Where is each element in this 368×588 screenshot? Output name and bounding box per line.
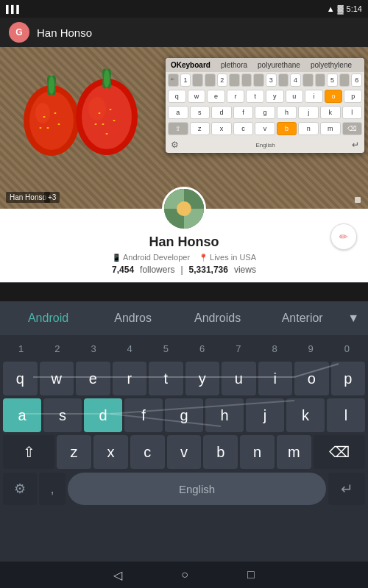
key-o[interactable]: o bbox=[294, 362, 329, 395]
key-w[interactable]: w bbox=[40, 362, 74, 395]
popup-key-s[interactable]: s bbox=[190, 106, 210, 119]
key-c[interactable]: c bbox=[130, 435, 165, 469]
popup-key[interactable] bbox=[315, 74, 326, 87]
suggestion-anterior[interactable]: Anterior bbox=[260, 312, 344, 325]
popup-key-c[interactable]: c bbox=[233, 122, 254, 135]
popup-key-h[interactable]: h bbox=[277, 106, 297, 119]
key-e[interactable]: e bbox=[76, 362, 110, 395]
popup-key[interactable] bbox=[339, 74, 350, 87]
popup-key-z[interactable]: z bbox=[190, 122, 210, 135]
key-b[interactable]: b bbox=[203, 435, 238, 469]
popup-key-q[interactable]: q bbox=[168, 90, 186, 103]
popup-key-u[interactable]: u bbox=[286, 90, 304, 103]
popup-key-d[interactable]: d bbox=[211, 106, 232, 119]
popup-tab-plethora[interactable]: plethora bbox=[216, 58, 252, 72]
popup-key-m[interactable]: m bbox=[320, 122, 341, 135]
num-key-4[interactable]: 4 bbox=[113, 338, 146, 359]
num-key-6[interactable]: 6 bbox=[185, 338, 219, 359]
popup-key-i[interactable]: i bbox=[305, 90, 323, 103]
popup-key-a[interactable]: a bbox=[168, 106, 188, 119]
key-i[interactable]: i bbox=[258, 362, 293, 395]
num-key-7[interactable]: 7 bbox=[222, 338, 255, 359]
popup-key-p[interactable]: p bbox=[344, 90, 362, 103]
num-key-8[interactable]: 8 bbox=[258, 338, 291, 359]
popup-key[interactable]: 3 bbox=[266, 74, 277, 87]
key-u[interactable]: u bbox=[222, 362, 256, 395]
popup-enter-key[interactable]: ↵ bbox=[349, 138, 362, 151]
popup-key[interactable]: 5 bbox=[327, 74, 338, 87]
popup-key[interactable]: 2 bbox=[217, 74, 228, 87]
backspace-key[interactable]: ⌫ bbox=[314, 435, 365, 469]
popup-key-o[interactable]: o bbox=[325, 90, 343, 103]
popup-key-w[interactable]: w bbox=[188, 90, 206, 103]
popup-key[interactable]: ⇤ bbox=[168, 74, 179, 87]
key-r[interactable]: r bbox=[113, 362, 147, 395]
enter-key[interactable]: ↵ bbox=[328, 473, 365, 505]
key-a[interactable]: a bbox=[3, 398, 41, 432]
popup-tab-okeyboard[interactable]: OKeyboard bbox=[166, 58, 216, 72]
popup-key[interactable] bbox=[278, 74, 289, 87]
popup-key[interactable] bbox=[205, 74, 216, 87]
key-p[interactable]: p bbox=[331, 362, 366, 395]
popup-key[interactable]: 6 bbox=[351, 74, 362, 87]
popup-key-t[interactable]: t bbox=[246, 90, 264, 103]
key-x[interactable]: x bbox=[93, 435, 128, 469]
popup-backspace-key[interactable]: ⌫ bbox=[342, 122, 363, 135]
popup-key[interactable] bbox=[302, 74, 314, 87]
popup-key-f[interactable]: f bbox=[233, 106, 254, 119]
space-key[interactable]: English bbox=[68, 473, 326, 505]
popup-key-k[interactable]: k bbox=[320, 106, 341, 119]
popup-key-v[interactable]: v bbox=[255, 122, 275, 135]
popup-key-j[interactable]: j bbox=[298, 106, 319, 119]
key-t[interactable]: t bbox=[149, 362, 183, 395]
suggestions-arrow[interactable]: ▼ bbox=[344, 312, 362, 325]
key-h[interactable]: h bbox=[205, 398, 244, 432]
home-button[interactable]: ○ bbox=[181, 568, 188, 581]
popup-key-g[interactable]: g bbox=[255, 106, 275, 119]
popup-key[interactable]: 4 bbox=[290, 74, 301, 87]
num-key-0[interactable]: 0 bbox=[330, 338, 364, 359]
popup-key-b[interactable]: b bbox=[277, 122, 297, 135]
popup-settings-icon[interactable]: ⚙ bbox=[168, 138, 182, 151]
popup-key[interactable]: 1 bbox=[180, 74, 191, 87]
shift-key[interactable]: ⇧ bbox=[3, 435, 54, 469]
key-l[interactable]: l bbox=[327, 398, 365, 432]
key-q[interactable]: q bbox=[3, 362, 38, 395]
edit-profile-button[interactable]: ✏ bbox=[330, 223, 357, 250]
popup-key-r[interactable]: r bbox=[227, 90, 245, 103]
comma-key[interactable]: , bbox=[39, 473, 66, 505]
popup-key-x[interactable]: x bbox=[211, 122, 232, 135]
key-d[interactable]: d bbox=[84, 398, 122, 432]
num-key-5[interactable]: 5 bbox=[149, 338, 183, 359]
key-f[interactable]: f bbox=[124, 398, 163, 432]
suggestion-androids[interactable]: Androids bbox=[175, 312, 260, 325]
key-v[interactable]: v bbox=[167, 435, 202, 469]
popup-tab-polyethylene[interactable]: polyethylene bbox=[305, 58, 357, 72]
key-g[interactable]: g bbox=[165, 398, 203, 432]
key-y[interactable]: y bbox=[185, 362, 220, 395]
popup-shift-key[interactable]: ⇧ bbox=[168, 122, 188, 135]
suggestion-andros[interactable]: Andros bbox=[91, 312, 175, 325]
popup-key-y[interactable]: y bbox=[266, 90, 284, 103]
popup-tab-polyurethane[interactable]: polyurethane bbox=[252, 58, 305, 72]
popup-key-l[interactable]: l bbox=[342, 106, 363, 119]
key-z[interactable]: z bbox=[57, 435, 91, 469]
popup-key[interactable] bbox=[192, 74, 203, 87]
key-k[interactable]: k bbox=[286, 398, 325, 432]
key-n[interactable]: n bbox=[240, 435, 275, 469]
num-key-3[interactable]: 3 bbox=[77, 338, 110, 359]
popup-key[interactable] bbox=[229, 74, 240, 87]
key-m[interactable]: m bbox=[277, 435, 311, 469]
avatar[interactable]: G bbox=[9, 22, 29, 43]
num-key-1[interactable]: 1 bbox=[4, 338, 38, 359]
popup-key[interactable] bbox=[253, 74, 264, 87]
back-button[interactable]: ◁ bbox=[113, 568, 122, 582]
key-j[interactable]: j bbox=[246, 398, 284, 432]
settings-key[interactable]: ⚙ bbox=[3, 473, 37, 505]
suggestion-android[interactable]: Android bbox=[6, 312, 91, 325]
popup-key[interactable] bbox=[241, 74, 252, 87]
num-key-2[interactable]: 2 bbox=[40, 338, 74, 359]
key-s[interactable]: s bbox=[43, 398, 82, 432]
recents-button[interactable]: □ bbox=[247, 568, 255, 581]
popup-key-e[interactable]: e bbox=[207, 90, 225, 103]
